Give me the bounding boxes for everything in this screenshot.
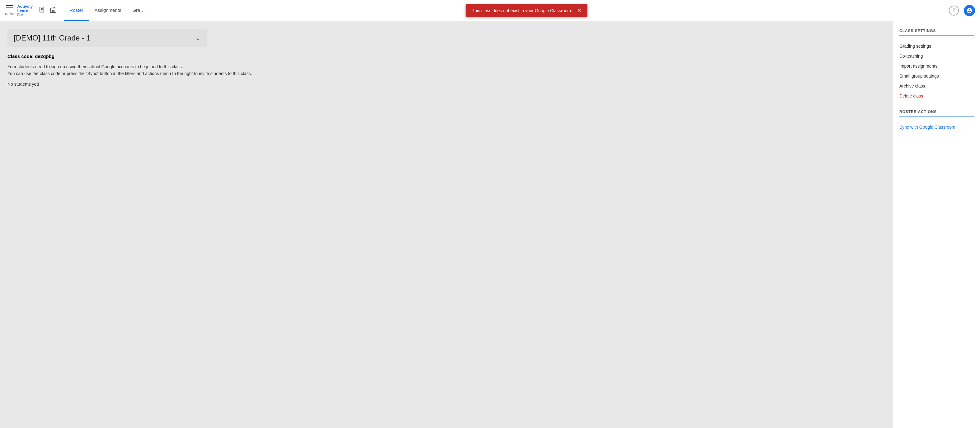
document-icon[interactable] — [39, 6, 46, 14]
sidebar: CLASS SETTINGS Grading settings Co-teach… — [893, 21, 980, 428]
svg-rect-9 — [54, 11, 54, 13]
class-settings-title: CLASS SETTINGS — [899, 29, 974, 36]
roster-actions-title: ROSTER ACTIONS — [899, 110, 974, 117]
import-assignments-link[interactable]: Import assignments — [899, 61, 974, 71]
toast-close-button[interactable]: ✕ — [577, 8, 581, 13]
main-layout: [DEMO] 11th Grade - 1 ⌄ Class code: de2q… — [0, 21, 980, 428]
roster-actions-section: ROSTER ACTIONS Sync with Google Classroo… — [899, 110, 974, 132]
brand-sub: ELA — [17, 13, 33, 16]
small-group-settings-link[interactable]: Small group settings — [899, 71, 974, 81]
nav-right: ? — [949, 5, 975, 16]
class-title: [DEMO] 11th Grade - 1 — [14, 34, 91, 42]
class-dropdown-button[interactable]: ⌄ — [195, 34, 200, 42]
content-area: [DEMO] 11th Grade - 1 ⌄ Class code: de2q… — [0, 21, 893, 428]
class-code: Class code: de2qpbg — [8, 54, 885, 59]
delete-class-link[interactable]: Delete class — [899, 91, 974, 101]
toast-message: This class does not exist in your Google… — [472, 8, 572, 13]
brand-name: ActivelyLearn — [17, 4, 33, 13]
class-settings-section: CLASS SETTINGS Grading settings Co-teach… — [899, 29, 974, 101]
class-description: Your students need to sign up using thei… — [8, 63, 885, 77]
brand-logo[interactable]: ActivelyLearn ELA — [17, 4, 33, 17]
grading-settings-link[interactable]: Grading settings — [899, 41, 974, 51]
svg-rect-8 — [52, 11, 53, 13]
archive-class-link[interactable]: Archive class — [899, 81, 974, 91]
class-header: [DEMO] 11th Grade - 1 ⌄ — [8, 29, 207, 47]
help-button[interactable]: ? — [949, 6, 959, 16]
menu-label: MENU — [5, 13, 14, 16]
tab-grades[interactable]: Gra… — [127, 0, 150, 21]
co-teaching-link[interactable]: Co-teaching — [899, 51, 974, 61]
building-icon[interactable] — [49, 6, 57, 15]
tab-roster[interactable]: Roster — [64, 0, 89, 21]
toast-notification: This class does not exist in your Google… — [466, 4, 587, 17]
menu-button[interactable]: MENU — [5, 5, 14, 16]
avatar-button[interactable] — [964, 5, 975, 16]
sync-google-classroom-link[interactable]: Sync with Google Classroom — [899, 122, 974, 132]
top-nav: MENU ActivelyLearn ELA Roster — [0, 0, 980, 21]
no-students-message: No students yet! — [8, 81, 885, 86]
tab-assignments[interactable]: Assignments — [89, 0, 127, 21]
nav-tabs: Roster Assignments Gra… — [64, 0, 150, 21]
